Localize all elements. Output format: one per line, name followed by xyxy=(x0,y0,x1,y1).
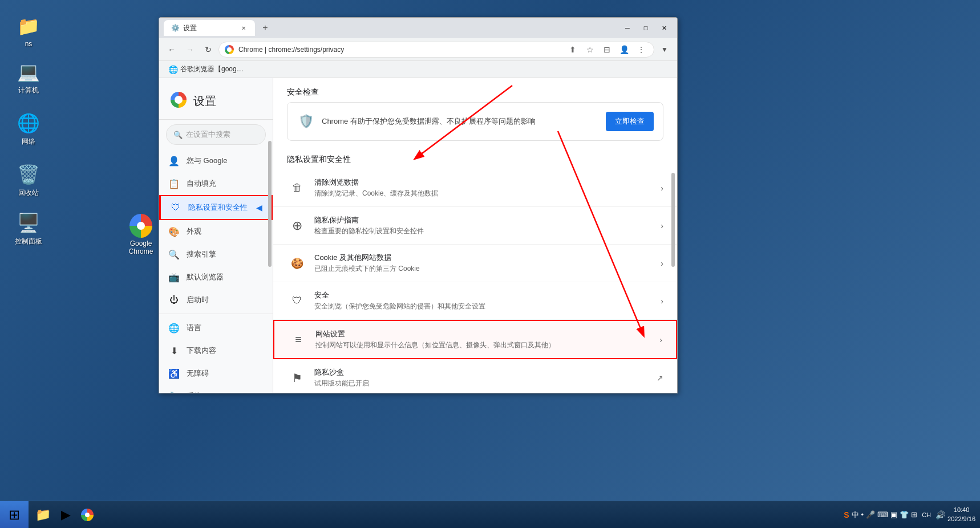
taskbar-item-explorer[interactable]: 📁 xyxy=(31,503,55,526)
sidebar-item-accessibility[interactable]: ♿ 无障碍 xyxy=(159,362,273,385)
dot-icon: • xyxy=(861,510,864,519)
settings-search[interactable]: 🔍 在设置中搜索 xyxy=(166,124,266,145)
taskbar-date: 2022/9/16 xyxy=(947,515,975,523)
sidebar-item-appearance[interactable]: 🎨 外观 xyxy=(159,220,273,243)
privacy-section: 隐私设置和安全性 🗑 清除浏览数据 清除浏览记录、Cookie、缓存及其他数据 … xyxy=(273,150,677,393)
system-icon: 🔧 xyxy=(168,391,180,393)
sidebar-item-language[interactable]: 🌐 语言 xyxy=(159,316,273,339)
sidebar-icon[interactable]: ⊟ xyxy=(600,43,614,56)
sidebar-item-privacy[interactable]: 🛡 隐私设置和安全性 ◀ xyxy=(159,195,273,220)
tab-label: 设置 xyxy=(183,23,197,33)
site-settings-arrow: › xyxy=(659,335,662,344)
sandbox-external-icon: ↗ xyxy=(657,373,663,383)
chrome-dropdown-button[interactable]: ▼ xyxy=(657,42,673,58)
desktop-icon-recycle[interactable]: 🗑️ 回收站 xyxy=(6,160,51,201)
desktop-icon-ns[interactable]: 📁 ns xyxy=(6,11,51,51)
bookmark-icon[interactable]: ☆ xyxy=(583,43,597,56)
taskbar-ch-label: CH xyxy=(922,511,931,518)
chrome-addressbar: ← → ↻ Chrome | chrome://settings/privacy… xyxy=(159,38,677,61)
forward-button[interactable]: → xyxy=(182,42,198,58)
security-text: 安全 安全浏览（保护您免受危险网站的侵害）和其他安全设置 xyxy=(314,290,656,311)
mic-icon: 🎤 xyxy=(866,510,875,519)
share-icon[interactable]: ⬆ xyxy=(566,43,580,56)
tab-close-icon[interactable]: ✕ xyxy=(239,23,248,33)
accessibility-icon: ♿ xyxy=(168,368,180,379)
puzzle-icon: ⊞ xyxy=(911,510,917,519)
safety-check-text: Chrome 有助于保护您免受数据泄露、不良扩展程序等问题的影响 xyxy=(322,116,599,127)
sidebar-item-browser[interactable]: 📺 默认浏览器 xyxy=(159,266,273,289)
new-tab-button[interactable]: + xyxy=(257,20,273,36)
bookmark-bar: 🌐 谷歌浏览器【goog… xyxy=(159,61,677,78)
desktop-icon-computer[interactable]: 💻 计算机 xyxy=(6,57,51,99)
shirt-icon: 👕 xyxy=(900,510,909,519)
sidebar-label-autofill: 自动填充 xyxy=(187,178,216,189)
taskbar-right: S 中 • 🎤 ⌨ ▣ 👕 ⊞ CH 🔊 10:40 2022/9/16 xyxy=(844,506,980,523)
guide-title: 隐私保护指南 xyxy=(314,215,656,225)
settings-main: 安全检查 🛡️ Chrome 有助于保护您免受数据泄露、不良扩展程序等问题的影响… xyxy=(273,78,677,393)
back-button[interactable]: ← xyxy=(164,42,180,58)
sidebar-label-startup: 启动时 xyxy=(187,295,209,305)
settings-item-privacy-guide[interactable]: ⊕ 隐私保护指南 检查重要的隐私控制设置和安全控件 › xyxy=(273,207,677,245)
sidebar-label-language: 语言 xyxy=(187,323,201,333)
settings-item-security[interactable]: 🛡 安全 安全浏览（保护您免受危险网站的侵害）和其他安全设置 › xyxy=(273,282,677,320)
settings-item-clear-browsing[interactable]: 🗑 清除浏览数据 清除浏览记录、Cookie、缓存及其他数据 › xyxy=(273,169,677,207)
settings-item-cookies[interactable]: 🍪 Cookie 及其他网站数据 已阻止无痕模式下的第三方 Cookie › xyxy=(273,245,677,282)
start-button[interactable]: ⊞ xyxy=(0,501,29,529)
guide-text: 隐私保护指南 检查重要的隐私控制设置和安全控件 xyxy=(314,215,656,236)
sidebar-item-search[interactable]: 🔍 搜索引擎 xyxy=(159,243,273,266)
taskbar-sys-icons: S 中 • 🎤 ⌨ ▣ 👕 ⊞ xyxy=(844,510,917,520)
sidebar-label-search: 搜索引擎 xyxy=(187,249,216,259)
settings-header: 设置 xyxy=(159,83,273,120)
sidebar-item-system[interactable]: 🔧 系统 xyxy=(159,385,273,393)
bookmark-item-google[interactable]: 🌐 谷歌浏览器【goog… xyxy=(164,63,248,75)
clear-title: 清除浏览数据 xyxy=(314,177,656,188)
sidebar-item-download[interactable]: ⬇ 下载内容 xyxy=(159,339,273,362)
chrome-titlebar: ⚙️ 设置 ✕ + ─ □ ✕ xyxy=(159,18,677,38)
desktop-icon-googlechrome[interactable]: Google Chrome xyxy=(118,211,164,259)
guide-icon: ⊕ xyxy=(287,216,307,236)
taskbar-item-chrome[interactable] xyxy=(76,503,98,526)
desktop-icon-controlpanel[interactable]: 🖥️ 控制面板 xyxy=(6,208,51,250)
taskbar-time: 10:40 xyxy=(947,506,975,514)
cookies-title: Cookie 及其他网站数据 xyxy=(314,253,656,263)
clear-icon: 🗑 xyxy=(287,178,307,198)
guide-arrow: › xyxy=(661,221,663,230)
menu-icon[interactable]: ⋮ xyxy=(634,43,648,56)
reload-button[interactable]: ↻ xyxy=(200,42,216,58)
security-arrow: › xyxy=(661,297,663,306)
cookies-desc: 已阻止无痕模式下的第三方 Cookie xyxy=(314,264,656,274)
safety-check-title: 安全检查 xyxy=(273,78,677,102)
privacy-section-title: 隐私设置和安全性 xyxy=(273,150,677,169)
google-icon: 👤 xyxy=(168,155,180,166)
taskbar-volume-icon[interactable]: 🔊 xyxy=(936,510,945,519)
url-bar[interactable]: Chrome | chrome://settings/privacy ⬆ ☆ ⊟… xyxy=(218,42,654,58)
check-now-button[interactable]: 立即检查 xyxy=(606,112,654,131)
site-settings-desc: 控制网站可以使用和显示什么信息（如位置信息、摄像头、弹出式窗口及其他） xyxy=(315,340,655,350)
windows-logo-icon: ⊞ xyxy=(9,507,20,523)
profile-icon[interactable]: 👤 xyxy=(617,43,631,56)
chrome-tab-settings[interactable]: ⚙️ 设置 ✕ xyxy=(164,20,255,36)
site-settings-title: 网站设置 xyxy=(315,329,655,339)
security-title: 安全 xyxy=(314,290,656,300)
language-ch-icon: 中 xyxy=(852,510,859,520)
settings-sidebar: 设置 🔍 在设置中搜索 👤 您与 Google 📋 自动填充 🛡 隐私设置和安全… xyxy=(159,78,273,393)
sidebar-item-autofill[interactable]: 📋 自动填充 xyxy=(159,172,273,195)
autofill-icon: 📋 xyxy=(168,178,180,189)
sidebar-item-google[interactable]: 👤 您与 Google xyxy=(159,149,273,172)
settings-item-site-settings[interactable]: ≡ 网站设置 控制网站可以使用和显示什么信息（如位置信息、摄像头、弹出式窗口及其… xyxy=(273,320,677,359)
safety-check-section: 安全检查 🛡️ Chrome 有助于保护您免受数据泄露、不良扩展程序等问题的影响… xyxy=(273,78,677,141)
minimize-button[interactable]: ─ xyxy=(619,22,636,34)
sidebar-label-accessibility: 无障碍 xyxy=(187,368,209,379)
desktop-icon-network[interactable]: 🌐 网络 xyxy=(6,108,51,150)
appearance-icon: 🎨 xyxy=(168,226,180,237)
sidebar-label-browser: 默认浏览器 xyxy=(187,272,224,282)
close-button[interactable]: ✕ xyxy=(655,22,673,34)
taskbar-item-media[interactable]: ▶ xyxy=(56,503,75,526)
sidebar-item-startup[interactable]: ⏻ 启动时 xyxy=(159,289,273,311)
settings-item-privacy-sandbox[interactable]: ⚑ 隐私沙盒 试用版功能已开启 ↗ xyxy=(273,359,677,393)
sandbox-desc: 试用版功能已开启 xyxy=(314,379,652,388)
maximize-button[interactable]: □ xyxy=(637,22,654,34)
startup-icon: ⏻ xyxy=(168,294,180,306)
security-icon: 🛡 xyxy=(287,291,307,311)
taskbar: ⊞ 📁 ▶ S 中 • 🎤 ⌨ ▣ 👕 ⊞ CH 🔊 10:40 2022/9/… xyxy=(0,501,980,528)
